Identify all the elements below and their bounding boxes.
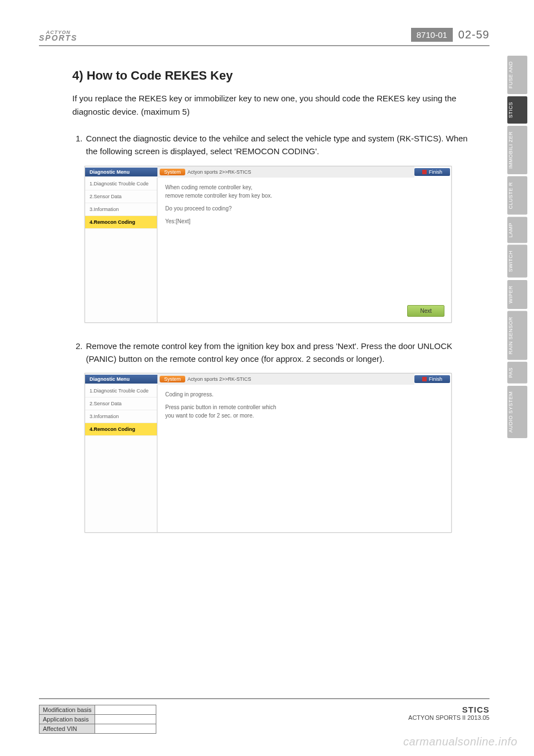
menu-item-dtc[interactable]: 1.Diagnostic Trouble Code xyxy=(85,178,157,190)
diag-breadcrumb: System Actyon sports 2>>RK-STICS xyxy=(157,166,414,178)
s1-line4: Yes:[Next] xyxy=(165,217,443,225)
doc-code-badge: 8710-01 xyxy=(411,28,453,42)
step-2: 2. Remove the remote control key from th… xyxy=(72,340,478,366)
diag-main-panel-1: When coding remote controller key, remov… xyxy=(157,178,451,322)
system-pill-2: System xyxy=(160,376,185,382)
tab-fuse[interactable]: FUSE AND xyxy=(507,56,527,94)
stop-icon xyxy=(422,170,427,174)
diag-main-panel-2: Coding in progress. Press panic button i… xyxy=(157,385,451,532)
next-button[interactable]: Next xyxy=(407,305,444,317)
system-pill: System xyxy=(160,169,185,175)
menu-item-info-2[interactable]: 3.Information xyxy=(85,410,157,423)
menu-item-remocon[interactable]: 4.Remocon Coding xyxy=(85,216,157,229)
diagnostic-screenshot-1: Diagnostic Menu System Actyon sports 2>>… xyxy=(85,166,452,323)
breadcrumb-text: Actyon sports 2>>RK-STICS xyxy=(187,169,251,175)
step-1: 1. Connect the diagnostic device to the … xyxy=(72,132,478,158)
stop-icon-2 xyxy=(422,377,427,381)
section-title: 4) How to Code REKES Key xyxy=(72,68,478,83)
breadcrumb-text-2: Actyon sports 2>>RK-STICS xyxy=(187,376,251,382)
meta-mod-basis: Modification basis xyxy=(39,705,95,715)
menu-item-sensor-2[interactable]: 2.Sensor Data xyxy=(85,397,157,410)
tab-rain-sensor[interactable]: RAIN SENSOR xyxy=(507,311,527,360)
section-intro: If you replace the REKES key or immobili… xyxy=(72,92,478,119)
menu-item-info[interactable]: 3.Information xyxy=(85,203,157,216)
tab-audio-system[interactable]: AUDIO SYSTEM xyxy=(507,386,527,438)
menu-item-sensor[interactable]: 2.Sensor Data xyxy=(85,190,157,203)
meta-affected-vin: Affected VIN xyxy=(39,724,95,734)
tab-stics[interactable]: STICS xyxy=(507,96,527,124)
finish-button[interactable]: Finish xyxy=(414,168,450,176)
diag-breadcrumb-2: System Actyon sports 2>>RK-STICS xyxy=(157,374,414,385)
tab-switch[interactable]: SWITCH xyxy=(507,245,527,278)
s1-line3: Do you proceed to coding? xyxy=(165,204,443,213)
tab-immobilizer[interactable]: IMMOBILI ZER xyxy=(507,126,527,174)
step-2-text: Remove the remote control key from the i… xyxy=(86,340,478,366)
s2-line2: Press panic button in remote controller … xyxy=(165,403,443,411)
diag-menu-title: Diagnostic Menu xyxy=(85,168,157,176)
finish-button-2[interactable]: Finish xyxy=(414,375,450,383)
tab-cluster[interactable]: CLUSTE R xyxy=(507,176,527,215)
diag-side-menu-2: 1.Diagnostic Trouble Code 2.Sensor Data … xyxy=(85,385,157,532)
diag-menu-title-2: Diagnostic Menu xyxy=(85,375,157,384)
s1-line1: When coding remote controller key, xyxy=(165,183,443,192)
meta-app-basis: Application basis xyxy=(39,715,95,724)
step-1-text: Connect the diagnostic device to the veh… xyxy=(86,132,478,158)
logo-line2: SPORTS xyxy=(39,33,77,42)
menu-item-remocon-2[interactable]: 4.Remocon Coding xyxy=(85,423,157,436)
diag-side-menu: 1.Diagnostic Trouble Code 2.Sensor Data … xyxy=(85,178,157,322)
revision-table: Modification basis Application basis Aff… xyxy=(39,705,156,734)
s2-line1: Coding in progress. xyxy=(165,390,443,399)
s2-line3: you want to code for 2 sec. or more. xyxy=(165,411,443,420)
tab-pas[interactable]: PAS xyxy=(507,362,527,384)
step-2-number: 2. xyxy=(76,340,83,366)
tab-lamp[interactable]: LAMP xyxy=(507,217,527,243)
page-number: 02-59 xyxy=(458,28,490,41)
footer-category: STICS xyxy=(408,705,490,714)
s1-line2: remove remote controller key from key bo… xyxy=(165,192,443,200)
footer-model: ACTYON SPORTS II 2013.05 xyxy=(408,714,490,721)
step-1-number: 1. xyxy=(76,132,83,158)
chapter-tabs: FUSE AND STICS IMMOBILI ZER CLUSTE R LAM… xyxy=(507,56,527,438)
tab-wiper[interactable]: WIPER xyxy=(507,280,527,309)
page-footer: Modification basis Application basis Aff… xyxy=(39,698,490,734)
page-header: ACTYON SPORTS 8710-01 02-59 xyxy=(39,28,490,46)
diagnostic-screenshot-2: Diagnostic Menu System Actyon sports 2>>… xyxy=(85,373,452,533)
menu-item-dtc-2[interactable]: 1.Diagnostic Trouble Code xyxy=(85,385,157,397)
watermark: carmanualsonline.info xyxy=(403,735,517,748)
brand-logo: ACTYON SPORTS xyxy=(39,31,77,42)
